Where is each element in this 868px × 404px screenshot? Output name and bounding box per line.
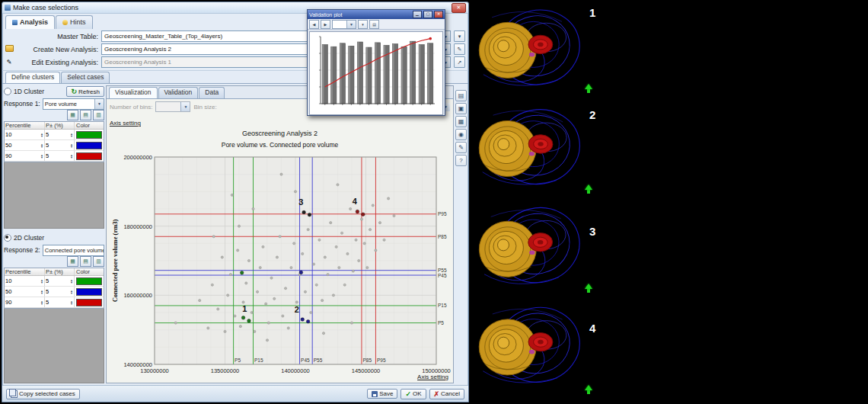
cancel-button[interactable]: ✗ Cancel	[429, 389, 464, 399]
axis-setting-link[interactable]: Axis setting	[110, 120, 141, 127]
prev-icon[interactable]: ◀	[309, 20, 319, 29]
chevron-down-icon[interactable]: ▼	[94, 99, 104, 109]
edit-icon[interactable]: ✎	[455, 142, 467, 153]
spinner-icon[interactable]: ▲▼	[40, 279, 43, 284]
spinner-icon[interactable]: ▲▼	[40, 133, 43, 137]
tolerance-value[interactable]: 5	[46, 131, 49, 138]
popup-select[interactable]: ▼	[332, 20, 356, 29]
tab-data[interactable]: Data	[199, 87, 225, 98]
spinner-icon[interactable]: ▲▼	[40, 143, 43, 148]
percentile-value[interactable]: 10	[5, 131, 11, 138]
table-row[interactable]: 10▲▼ 5▲▼	[5, 276, 104, 287]
refresh-button[interactable]: ↻ Refresh	[66, 86, 104, 97]
color-swatch[interactable]	[76, 142, 102, 149]
table-row[interactable]: 50▲▼ 5▲▼	[5, 287, 104, 297]
validation-chart[interactable]	[310, 32, 439, 111]
copy-selected-cases-button[interactable]: Copy selected cases	[6, 389, 80, 399]
dropdown-icon[interactable]: ▾	[358, 20, 368, 29]
svg-text:130000000: 130000000	[140, 367, 169, 374]
reservoir-model-1[interactable]	[471, 2, 585, 96]
tab-define-clusters[interactable]: Define clusters	[5, 72, 60, 83]
ok-button[interactable]: ✓ OK	[400, 389, 426, 399]
reservoir-model-3[interactable]	[469, 197, 586, 296]
next-icon[interactable]: ▶	[321, 20, 330, 29]
axis-setting-link[interactable]: Axis setting	[417, 374, 448, 380]
model-viewer-panel: 1 2 3 4	[469, 0, 868, 404]
scatter-plot[interactable]: 1300000001350000001400000001450000001500…	[109, 152, 452, 383]
svg-text:P55: P55	[313, 358, 322, 363]
spinner-icon[interactable]: ▲▼	[70, 279, 73, 284]
hints-icon	[62, 20, 68, 25]
spinner-icon[interactable]: ▲▼	[40, 300, 43, 305]
table-icon[interactable]: ▤	[455, 90, 467, 101]
minimize-icon[interactable]: ▁	[413, 11, 422, 18]
svg-text:P5: P5	[235, 358, 241, 363]
table-row[interactable]: 90▲▼ 5▲▼	[5, 297, 104, 308]
cluster-1d-radio[interactable]	[4, 88, 11, 95]
svg-text:140000000: 140000000	[281, 367, 310, 374]
color-swatch[interactable]	[76, 152, 102, 160]
target-icon[interactable]: ◉	[455, 129, 467, 140]
tolerance-value[interactable]: 5	[46, 288, 49, 295]
model-label-1: 1	[589, 6, 595, 19]
response2-select[interactable]: Connected pore volume ▼	[43, 245, 104, 256]
color-swatch[interactable]	[76, 288, 102, 296]
binsize-label: Bin size:	[193, 104, 216, 111]
color-swatch[interactable]	[76, 299, 102, 306]
percentile-table-button[interactable]: ▤	[80, 256, 91, 267]
table-row[interactable]: 90▲▼ 5▲▼	[5, 151, 104, 162]
tab-analysis[interactable]: Analysis	[5, 15, 55, 29]
create-analysis-action-button[interactable]: ✎	[454, 43, 465, 55]
color-swatch[interactable]	[76, 131, 102, 139]
close-icon[interactable]: ✕	[434, 11, 443, 18]
spinner-icon[interactable]: ▲▼	[70, 154, 73, 159]
tab-validation[interactable]: Validation	[158, 87, 199, 98]
cluster-1d-label: 1D Cluster	[14, 88, 44, 95]
spinner-icon[interactable]: ▲▼	[40, 290, 43, 294]
help-icon[interactable]: ?	[455, 155, 467, 166]
percentile-chart-button[interactable]: ▦	[67, 110, 78, 120]
reservoir-model-4[interactable]	[470, 298, 586, 395]
tolerance-value[interactable]: 5	[46, 152, 49, 159]
table-icon[interactable]: ▤	[369, 20, 379, 29]
reservoir-model-2[interactable]	[469, 98, 586, 197]
response1-label: Response 1:	[4, 100, 40, 107]
edit-analysis-action-button[interactable]: ↗	[454, 56, 465, 68]
response1-select[interactable]: Pore volume ▼	[43, 98, 104, 110]
master-table-browse-button[interactable]: ▾	[454, 30, 465, 42]
validation-popup-window[interactable]: Validation plot ▁ ▢ ✕ ◀ ▶ ▼ ▾ ▤	[307, 9, 445, 116]
color-swatch[interactable]	[76, 277, 102, 285]
save-button[interactable]: Save	[367, 389, 397, 399]
bins-select[interactable]: ▼	[155, 101, 190, 112]
copy-icon[interactable]: ▣	[455, 103, 467, 114]
percentile-value[interactable]: 10	[5, 277, 11, 284]
tolerance-value[interactable]: 5	[46, 299, 49, 306]
cluster-2d-radio[interactable]	[4, 234, 11, 242]
maximize-icon[interactable]: ▢	[423, 11, 432, 18]
table-row[interactable]: 50▲▼ 5▲▼	[5, 140, 104, 151]
spinner-icon[interactable]: ▲▼	[70, 133, 73, 137]
tolerance-value[interactable]: 5	[46, 277, 49, 284]
percentile-chart-button[interactable]: ▦	[67, 256, 78, 267]
percentile-value[interactable]: 50	[5, 288, 11, 295]
spinner-icon[interactable]: ▲▼	[70, 300, 73, 305]
spinner-icon[interactable]: ▲▼	[70, 143, 73, 148]
popup-titlebar[interactable]: Validation plot ▁ ▢ ✕	[308, 10, 445, 19]
chart-icon[interactable]: ▦	[455, 116, 467, 127]
tab-select-cases[interactable]: Select cases	[61, 72, 110, 83]
svg-text:180000000: 180000000	[123, 223, 152, 230]
spinner-icon[interactable]: ▲▼	[70, 290, 73, 294]
spinner-icon[interactable]: ▲▼	[40, 154, 43, 159]
tolerance-value[interactable]: 5	[46, 142, 49, 149]
popup-title: Validation plot	[309, 12, 411, 18]
percentile-value[interactable]: 90	[5, 299, 11, 306]
percentile-value[interactable]: 90	[5, 152, 11, 159]
percentile-value[interactable]: 50	[5, 142, 11, 149]
close-icon[interactable]: ✕	[452, 3, 466, 13]
percentile-table-button[interactable]: ▤	[80, 110, 91, 120]
percentile-options-button[interactable]: ▥	[93, 256, 104, 267]
tab-visualization[interactable]: Visualization	[109, 87, 158, 98]
table-row[interactable]: 10▲▼ 5▲▼	[5, 130, 104, 140]
tab-hints[interactable]: Hints	[56, 15, 93, 29]
percentile-options-button[interactable]: ▥	[93, 110, 104, 120]
